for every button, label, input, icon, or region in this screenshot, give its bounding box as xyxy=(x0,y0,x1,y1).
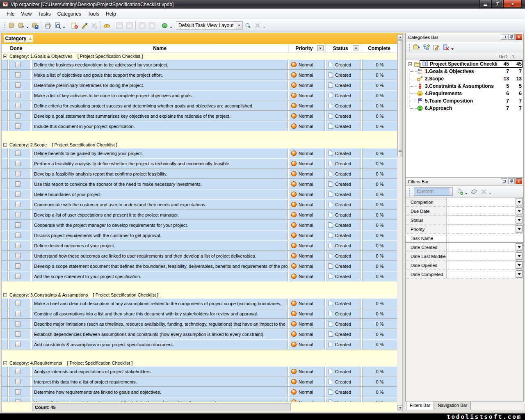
tree-category-item[interactable]: 4.Requirements66 xyxy=(406,90,523,97)
tree-category-item[interactable]: 5.Team Composition77 xyxy=(406,97,523,105)
category-group-header[interactable]: Category: 2.Scope [ Project Specificatio… xyxy=(2,142,397,148)
collapse-icon[interactable] xyxy=(3,55,7,58)
column-header-complete[interactable]: Complete xyxy=(361,44,397,52)
new-database-button[interactable] xyxy=(6,21,16,30)
filter-dropdown-button[interactable] xyxy=(516,261,523,269)
category-group-header[interactable]: Category: 4.Requirements [ Project Speci… xyxy=(2,360,397,366)
filter-preset-combo[interactable]: Custom xyxy=(414,187,450,196)
filter-value-field[interactable] xyxy=(447,225,523,233)
filters-restore-button[interactable] xyxy=(501,178,507,184)
tree-root-row[interactable]: Project Specification Checkli4545 xyxy=(406,60,523,68)
filter-row-priority[interactable]: Priority xyxy=(406,225,523,234)
menu-categories[interactable]: Categories xyxy=(54,9,84,18)
task-row[interactable]: Discuss project requirements with the cu… xyxy=(2,230,397,240)
done-checkbox[interactable] xyxy=(15,331,21,337)
open-database-button[interactable] xyxy=(16,21,26,30)
scroll-thumb[interactable] xyxy=(397,40,402,157)
task-row[interactable]: Determine how requirements are linked to… xyxy=(2,387,397,397)
clear-layout-button[interactable] xyxy=(253,21,262,30)
move-up-button[interactable] xyxy=(124,21,134,30)
done-checkbox[interactable] xyxy=(15,171,21,176)
task-row[interactable]: Develop a list of user expectations and … xyxy=(2,210,397,220)
undone-column-header[interactable]: UnD... xyxy=(498,53,511,60)
filter-row-date-opened[interactable]: Date Opened xyxy=(406,261,523,270)
done-checkbox[interactable] xyxy=(15,103,21,108)
move-down-button[interactable] xyxy=(114,21,124,30)
task-row[interactable]: Cooperate with the project manager to de… xyxy=(2,220,397,230)
filter-row-date-last-modifie[interactable]: Date Last Modifie xyxy=(406,252,523,261)
filter-value-field[interactable] xyxy=(447,234,523,242)
menu-view[interactable]: View xyxy=(18,9,35,18)
save-filter-button[interactable] xyxy=(455,187,465,196)
task-row[interactable]: Develop a feasibility analysis report th… xyxy=(2,169,397,179)
filter-preset-arrow[interactable] xyxy=(450,187,453,196)
column-header-priority[interactable]: Priority xyxy=(289,44,326,52)
edit-task-button[interactable] xyxy=(79,21,89,30)
column-header-name[interactable]: Name xyxy=(31,44,289,52)
new-category-button[interactable] xyxy=(411,43,421,52)
layout-more-dropdown[interactable] xyxy=(263,27,265,28)
filter-value-field[interactable] xyxy=(447,198,523,206)
collapse-icon[interactable] xyxy=(3,361,7,365)
task-row[interactable]: Define criteria for evaluating project s… xyxy=(2,100,397,111)
delete-category-button[interactable] xyxy=(441,43,451,52)
tree-collapse-icon[interactable] xyxy=(408,62,412,66)
close-button[interactable]: x xyxy=(503,0,522,8)
task-row[interactable]: Develop a goal statement that summarizes… xyxy=(2,111,397,121)
scroll-down-button[interactable] xyxy=(397,405,403,411)
vertical-scrollbar[interactable] xyxy=(397,34,402,411)
task-row[interactable]: Define desired outcomes of your project.… xyxy=(2,240,397,251)
print-preview-dropdown[interactable] xyxy=(63,27,65,28)
task-row[interactable]: Combine all assumptions into a list and … xyxy=(2,308,397,319)
task-row[interactable]: Perform a feasibility analysis to define… xyxy=(2,158,397,169)
tree-category-item[interactable]: 6.Approach77 xyxy=(406,105,523,112)
done-checkbox[interactable] xyxy=(15,192,21,197)
delete-filter-button[interactable] xyxy=(479,187,488,196)
done-checkbox[interactable] xyxy=(15,93,21,98)
task-row[interactable]: Define the business need/problem to be a… xyxy=(2,59,397,70)
categories-toolbar-dropdown[interactable] xyxy=(451,48,454,50)
filter-dropdown-button[interactable] xyxy=(516,270,523,278)
done-checkbox[interactable] xyxy=(15,379,21,384)
filter-dropdown-button[interactable] xyxy=(516,252,523,260)
done-checkbox[interactable] xyxy=(15,82,21,88)
tab-filters-bar[interactable]: Filters Bar xyxy=(406,402,434,410)
task-row[interactable]: Communicate with the customer and user t… xyxy=(2,199,397,210)
minimize-button[interactable] xyxy=(479,0,491,8)
category-group-header[interactable]: Category: 1.Goals & Objectives [ Project… xyxy=(2,53,397,59)
move-top-button[interactable] xyxy=(147,21,157,30)
filter-row-date-created[interactable]: Date Created xyxy=(406,243,523,252)
menu-tasks[interactable]: Tasks xyxy=(35,9,54,18)
categories-restore-button[interactable] xyxy=(501,34,507,40)
done-checkbox[interactable] xyxy=(15,321,21,326)
column-header-status[interactable]: Status xyxy=(326,44,361,52)
filters-pin-button[interactable] xyxy=(508,178,515,184)
filter-value-field[interactable] xyxy=(447,270,523,278)
view-options-dropdown[interactable] xyxy=(170,27,172,28)
done-checkbox[interactable] xyxy=(15,62,21,67)
task-row[interactable]: Describe major limitations (such as time… xyxy=(2,319,397,329)
done-checkbox[interactable] xyxy=(15,263,21,269)
edit-category-button[interactable] xyxy=(431,43,441,52)
open-database-dropdown[interactable] xyxy=(26,27,29,28)
task-row[interactable]: Add constraints & assumptions in your pr… xyxy=(2,339,397,349)
categories-close-button[interactable]: x xyxy=(516,34,522,40)
tab-navigation-bar[interactable]: Navigation Bar xyxy=(434,402,471,410)
filter-row-due-date[interactable]: Due Date xyxy=(406,207,523,216)
column-header-done[interactable]: Done xyxy=(2,44,31,52)
filters-toolbar-dropdown[interactable] xyxy=(489,193,491,194)
filters-close-button[interactable]: x xyxy=(516,178,522,184)
task-row[interactable]: Analyze interests and expectations of pr… xyxy=(2,366,397,377)
filter-value-field[interactable] xyxy=(447,261,523,269)
done-checkbox[interactable] xyxy=(15,161,21,166)
tree-category-item[interactable]: 1.Goals & Objectives77 xyxy=(406,68,523,75)
done-checkbox[interactable] xyxy=(15,123,21,129)
task-row[interactable]: Make a list of key activities to be done… xyxy=(2,90,397,100)
group-by-category-button[interactable]: Category xyxy=(4,35,33,43)
scroll-up-button[interactable] xyxy=(397,34,403,40)
layout-combo-arrow[interactable] xyxy=(236,22,242,29)
categories-pin-button[interactable] xyxy=(508,34,515,40)
done-checkbox[interactable] xyxy=(15,181,21,187)
filter-value-field[interactable] xyxy=(447,207,523,215)
task-row[interactable]: Interpret this data into a list of proje… xyxy=(2,377,397,387)
